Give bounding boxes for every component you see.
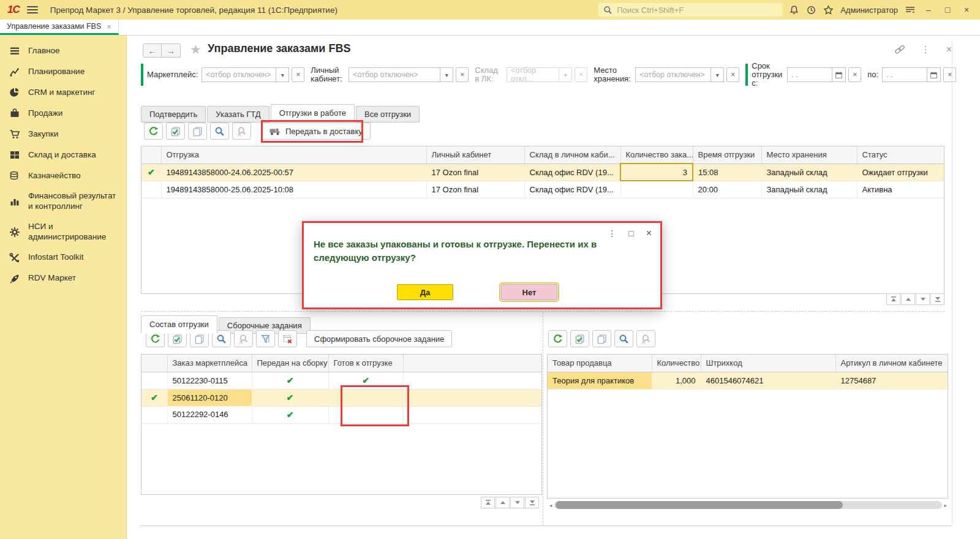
search-button[interactable] (210, 123, 229, 140)
scrollbar-track[interactable] (554, 501, 943, 509)
go-down-button[interactable] (510, 497, 524, 508)
set-flags-button[interactable] (570, 330, 589, 347)
marketplace-dropdown-icon[interactable]: ▾ (276, 67, 289, 82)
notifications-bell-icon[interactable] (789, 5, 799, 15)
go-up-button[interactable] (496, 497, 510, 508)
dialog-kebab-icon[interactable]: ⋮ (608, 228, 616, 238)
go-bottom-button[interactable] (525, 497, 539, 508)
current-cell[interactable]: 25061120-0120 (167, 389, 252, 406)
table-row[interactable]: Теория для практиков 1,000 4601546074621… (548, 372, 948, 389)
table-row[interactable]: ✔ 19489143858000-24.06.2025-00:57 17 Ozo… (141, 164, 944, 181)
date-from-clear-button[interactable]: × (848, 67, 861, 82)
scroll-right-icon[interactable]: ▸ (944, 502, 947, 508)
go-top-button[interactable] (481, 497, 495, 508)
table-row[interactable]: 50122230-0115 ✔ ✔ (141, 372, 542, 389)
refresh-button[interactable] (548, 330, 567, 347)
go-bottom-button[interactable] (930, 293, 944, 305)
send-to-delivery-button[interactable]: Передать в доставку (262, 123, 371, 140)
cabinet-input[interactable]: <отбор отключен> (349, 67, 440, 82)
go-top-button[interactable] (886, 293, 900, 305)
window-minimize-button[interactable]: – (922, 5, 935, 15)
tab-close-icon[interactable]: × (107, 22, 111, 31)
main-menu-icon[interactable] (27, 6, 38, 13)
back-button[interactable]: ← (143, 43, 162, 58)
window-tab-fbs[interactable]: Управление заказами FBS × (0, 20, 119, 35)
col-status[interactable]: Статус (857, 146, 944, 164)
search-button[interactable] (614, 330, 633, 347)
dialog-maximize-icon[interactable]: □ (628, 228, 633, 238)
tab-confirm[interactable]: Подтвердить (141, 106, 206, 123)
col-qty[interactable]: Количество зака... (620, 146, 693, 164)
forward-button[interactable]: → (162, 43, 181, 58)
marketplace-clear-button[interactable]: × (292, 67, 304, 82)
warehouse-lk-input[interactable]: <отбор откл... (507, 67, 559, 82)
cabinet-dropdown-icon[interactable]: ▾ (440, 67, 453, 82)
tab-all-shipments[interactable]: Все отгрузки (356, 106, 420, 123)
calendar-icon[interactable] (927, 67, 941, 82)
yes-button[interactable]: Да (397, 284, 453, 300)
col-ready-to-ship[interactable]: Готов к отгрузке (328, 355, 403, 372)
table-row[interactable]: 19489143858000-25.06.2025-10:08 17 Ozon … (141, 181, 944, 198)
col-storage[interactable]: Место хранения (761, 146, 857, 164)
sidebar-item-rdv[interactable]: RDV Маркет (0, 268, 126, 289)
col-sku[interactable]: Артикул в личном кабинете (835, 355, 948, 372)
cabinet-clear-button[interactable]: × (456, 67, 469, 82)
no-button[interactable]: Нет (501, 284, 557, 300)
sidebar-item-toolkit[interactable]: Infostart Toolkit (0, 247, 126, 268)
favorites-star-icon[interactable] (823, 5, 834, 15)
col-cabinet[interactable]: Личный кабинет (426, 146, 524, 164)
col-sent-to-assembly[interactable]: Передан на сборку (252, 355, 328, 372)
favorite-star-icon[interactable]: ★ (190, 42, 202, 57)
vertical-splitter[interactable] (543, 312, 543, 526)
link-icon[interactable] (894, 44, 905, 55)
refresh-button[interactable] (144, 123, 163, 140)
panels-toggle-icon[interactable] (905, 5, 916, 15)
window-maximize-button[interactable]: □ (941, 5, 954, 15)
sidebar-item-planning[interactable]: Планирование (0, 61, 126, 82)
dialog-close-icon[interactable]: × (646, 228, 652, 239)
copy-button[interactable] (592, 330, 611, 347)
generate-assembly-task-button[interactable]: Сформировать сборочное задание (306, 330, 452, 347)
col-time[interactable]: Время отгрузки (693, 146, 761, 164)
tab-shipments-in-progress[interactable]: Отгрузки в работе (271, 104, 355, 123)
sidebar-item-warehouse[interactable]: Склад и доставка (0, 145, 126, 165)
date-from-input[interactable]: . . (787, 67, 832, 82)
col-marketplace-order[interactable]: Заказ маркетплейса (167, 355, 252, 372)
cancel-search-button[interactable] (234, 330, 253, 347)
col-quantity[interactable]: Количество (652, 355, 701, 372)
sidebar-item-sales[interactable]: Продажи (0, 103, 126, 124)
table-row[interactable]: ✔ 25061120-0120 ✔ (141, 389, 542, 406)
col-shipment[interactable]: Отгрузка (161, 146, 426, 164)
storage-dropdown-icon[interactable]: ▾ (711, 67, 724, 82)
window-close-button[interactable]: × (960, 5, 973, 15)
col-warehouse[interactable]: Склад в личном каби... (524, 146, 620, 164)
sidebar-item-crm[interactable]: CRM и маркетинг (0, 82, 126, 103)
user-name[interactable]: Администратор (840, 6, 898, 15)
horizontal-splitter[interactable] (141, 311, 944, 312)
table-row[interactable]: 50122292-0146 ✔ (141, 406, 542, 423)
calendar-icon[interactable] (832, 67, 846, 82)
products-hscrollbar[interactable]: ◂ ▸ (549, 501, 947, 509)
set-flags-button[interactable] (166, 123, 185, 140)
current-cell[interactable]: Теория для практиков (548, 372, 652, 389)
warehouse-lk-dropdown-icon[interactable]: ▾ (559, 67, 572, 82)
storage-clear-button[interactable]: × (726, 67, 739, 82)
tab-gtd[interactable]: Указать ГТД (207, 106, 269, 123)
date-to-input[interactable]: . . (882, 67, 927, 82)
more-kebab-icon[interactable]: ⋮ (921, 44, 930, 55)
cancel-search-button[interactable] (636, 330, 655, 347)
col-seller-product[interactable]: Товар продавца (548, 355, 652, 372)
history-icon[interactable] (806, 5, 816, 15)
sidebar-item-finance[interactable]: Финансовый результат и контроллинг (0, 186, 126, 217)
copy-button[interactable] (188, 123, 207, 140)
scrollbar-thumb[interactable] (556, 501, 843, 509)
current-cell[interactable]: 3 (620, 164, 693, 181)
sidebar-item-main[interactable]: Главное (0, 40, 126, 61)
cancel-search-button[interactable] (232, 123, 251, 140)
tab-shipment-composition[interactable]: Состав отгрузки (141, 315, 217, 334)
sidebar-item-treasury[interactable]: Казначейство (0, 165, 126, 186)
global-search-input[interactable]: Поиск Ctrl+Shift+F (598, 3, 782, 17)
marketplace-input[interactable]: <отбор отключен> (202, 67, 276, 82)
warehouse-lk-clear-button[interactable]: × (575, 67, 587, 82)
go-down-button[interactable] (916, 293, 930, 305)
